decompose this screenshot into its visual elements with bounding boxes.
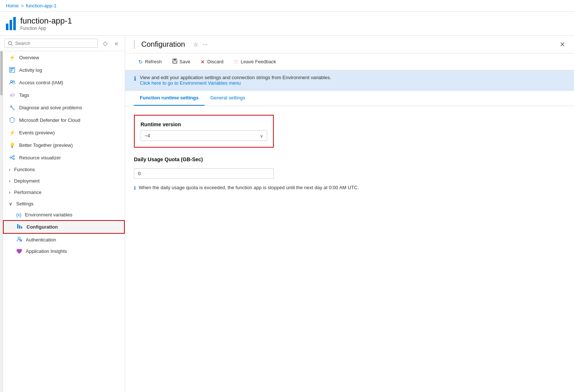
app-type: Function App [20, 26, 568, 31]
info-banner-content: View and edit your application settings … [140, 75, 331, 86]
quota-input[interactable] [134, 168, 274, 179]
quota-info-icon: ℹ [134, 185, 136, 191]
sidebar-label-env-variables: Environment variables [25, 212, 72, 218]
expand-icon-functions: › [9, 167, 10, 172]
heart-icon: ♡ [234, 59, 238, 65]
bars-icon [17, 223, 23, 230]
sidebar-item-better-together[interactable]: 💡 Better Together (preview) [3, 139, 125, 151]
tag-icon: 🏷 [9, 92, 15, 98]
activity-icon [9, 67, 15, 73]
quota-section: Daily Usage Quota (GB-Sec) [134, 156, 565, 179]
svg-rect-14 [19, 225, 20, 229]
sidebar-label-performance: Performance [14, 190, 41, 195]
sidebar-label-authentication: Authentication [26, 237, 56, 243]
info-icon: ℹ [134, 75, 136, 82]
more-button[interactable]: ··· [203, 41, 208, 48]
search-icon [8, 41, 13, 46]
breadcrumb-home[interactable]: Home [6, 3, 19, 8]
info-banner-text: View and edit your application settings … [140, 75, 331, 80]
leave-feedback-button[interactable]: ♡ Leave Feedback [229, 57, 280, 67]
svg-rect-20 [173, 59, 176, 60]
runtime-version-label: Runtime version [141, 121, 267, 127]
sidebar-label-functions: Functions [14, 167, 35, 172]
star-button[interactable]: ☆ [193, 41, 198, 48]
sidebar-label-configuration: Configuration [26, 224, 58, 230]
sidebar-item-performance[interactable]: › Performance [3, 187, 125, 198]
search-input[interactable] [15, 40, 95, 46]
code-icon: {x} [16, 212, 21, 218]
people-icon [9, 79, 15, 86]
sidebar-label-deployment: Deployment [14, 178, 39, 184]
svg-point-10 [13, 158, 14, 160]
discard-icon: ✕ [201, 59, 205, 65]
refresh-button[interactable]: ↻ Refresh [134, 57, 166, 67]
sidebar-item-tags[interactable]: 🏷 Tags [3, 89, 125, 101]
sidebar-item-app-insights[interactable]: 💜 Application Insights [3, 246, 125, 257]
sidebar-item-deployment[interactable]: › Deployment [3, 175, 125, 187]
sidebar-item-activity-log[interactable]: Activity log [3, 64, 125, 76]
sidebar-item-authentication[interactable]: Authentication [3, 234, 125, 246]
graph-icon [9, 154, 15, 161]
person-lock-icon [16, 236, 22, 243]
sidebar-label-better-together: Better Together (preview) [19, 142, 119, 148]
sidebar-item-defender[interactable]: Microsoft Defender for Cloud [3, 114, 125, 126]
app-title-block: function-app-1 Function App [20, 16, 568, 31]
sidebar-label-diagnose: Diagnose and solve problems [19, 105, 119, 110]
lightning-icon: ⚡ [9, 54, 15, 61]
breadcrumb-separator: > [21, 3, 24, 8]
sidebar-nav: ⚡ Overview Activity log Access control (… [3, 51, 125, 392]
svg-rect-5 [10, 71, 12, 72]
svg-point-0 [8, 41, 12, 45]
search-box[interactable] [4, 39, 98, 48]
runtime-version-select[interactable]: ~4 ~3 ~2 ~1 [141, 130, 267, 141]
sidebar-item-configuration[interactable]: Configuration [3, 220, 125, 234]
svg-rect-21 [173, 61, 176, 63]
sidebar-item-env-variables[interactable]: {x} Environment variables [3, 209, 125, 220]
breadcrumb-app[interactable]: function-app-1 [26, 3, 56, 8]
toolbar: ↻ Refresh Save ✕ Discard ♡ Leave Feedbac… [125, 53, 574, 70]
sidebar-item-overview[interactable]: ⚡ Overview [3, 51, 125, 64]
sidebar-item-resource-visualizer[interactable]: Resource visualizer [3, 151, 125, 164]
sidebar-label-defender: Microsoft Defender for Cloud [19, 117, 119, 123]
sidebar-label-app-insights: Application Insights [26, 248, 67, 254]
breadcrumb: Home > function-app-1 [0, 0, 574, 12]
discard-button[interactable]: ✕ Discard [196, 57, 228, 67]
sidebar-label-settings: Settings [16, 201, 33, 206]
tab-general-settings[interactable]: General settings [205, 91, 251, 106]
app-header: function-app-1 Function App [0, 12, 574, 36]
sidebar-item-functions[interactable]: › Functions [3, 164, 125, 175]
shield-icon [9, 117, 15, 123]
info-banner-link[interactable]: Click here to go to Environment Variable… [140, 80, 241, 86]
tab-function-runtime[interactable]: Function runtime settings [134, 91, 205, 106]
quota-info-row: ℹ When the daily usage quota is exceeded… [134, 185, 565, 191]
quota-label: Daily Usage Quota (GB-Sec) [134, 156, 565, 162]
refresh-icon: ↻ [138, 59, 143, 65]
app-icon [6, 17, 16, 30]
sidebar-item-settings[interactable]: ∨ Settings [3, 198, 125, 209]
sidebar-pin-button[interactable]: ◇ [101, 39, 110, 47]
refresh-label: Refresh [145, 59, 162, 64]
svg-line-1 [11, 44, 13, 46]
close-button[interactable]: ✕ [560, 40, 565, 49]
svg-rect-3 [10, 68, 14, 69]
main-content: Runtime version ~4 ~3 ~2 ~1 Daily Usage … [125, 106, 574, 392]
bolt-icon: ⚡ [9, 129, 15, 136]
quota-info-text: When the daily usage quota is exceeded, … [139, 185, 359, 190]
sidebar-item-diagnose[interactable]: 🔧 Diagnose and solve problems [3, 101, 125, 114]
main-layout: ◇ « ⚡ Overview Activity log [0, 36, 574, 392]
svg-line-12 [11, 158, 13, 159]
sidebar-item-events[interactable]: ⚡ Events (preview) [3, 126, 125, 139]
sidebar-label-events: Events (preview) [19, 130, 119, 135]
sidebar-item-access-control[interactable]: Access control (IAM) [3, 76, 125, 89]
sidebar-collapse-button[interactable]: « [113, 39, 120, 47]
svg-point-16 [18, 237, 20, 239]
sidebar-scrollbar[interactable] [0, 51, 3, 392]
sidebar-label-tags: Tags [19, 92, 119, 98]
svg-point-18 [21, 240, 21, 241]
save-button[interactable]: Save [168, 56, 195, 67]
svg-point-6 [11, 81, 13, 82]
svg-point-8 [10, 157, 11, 158]
save-label: Save [180, 59, 191, 64]
sidebar: ◇ « ⚡ Overview Activity log [0, 36, 125, 392]
sidebar-label-overview: Overview [19, 55, 119, 60]
